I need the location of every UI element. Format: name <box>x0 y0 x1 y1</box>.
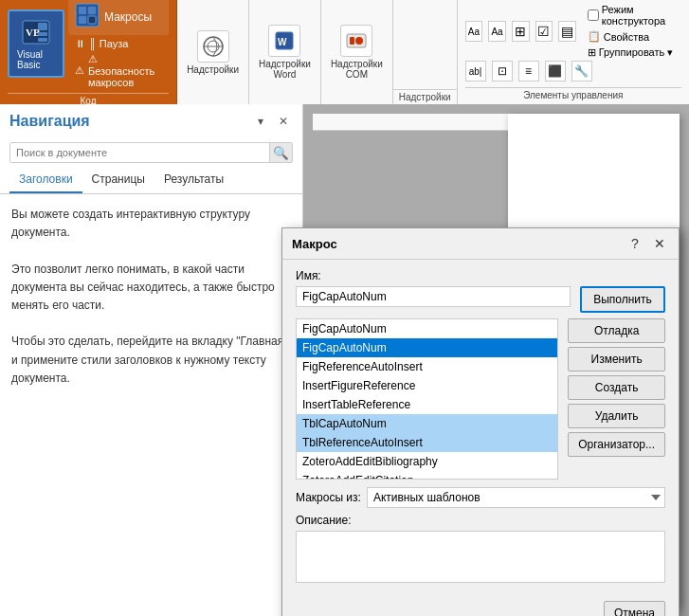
svg-rect-3 <box>38 32 47 36</box>
nadstroyki-group-com: Надстройки COM <box>321 0 393 104</box>
pause-button[interactable]: ⏸ ║ Пауза <box>72 37 169 50</box>
elements-rows: Aa Aa ⊞ ☑ ▤ Режим конструктора 📋 Свойств… <box>465 4 681 82</box>
nav-search-area: 🔍 <box>0 138 302 167</box>
dialog-main: FigCapAutoNum FigCapAutoNum FigReference… <box>296 318 665 480</box>
macro-item-0[interactable]: FigCapAutoNum <box>297 319 557 338</box>
macros-icon <box>74 2 100 31</box>
description-textarea[interactable] <box>296 531 665 583</box>
nav-controls: ▾ ✕ <box>251 112 293 131</box>
visual-basic-icon: VB <box>21 17 51 47</box>
konstruktor-label: Режим конструктора <box>602 4 681 27</box>
delete-btn[interactable]: Удалить <box>568 404 665 428</box>
macro-item-2[interactable]: FigReferenceAutoInsert <box>297 357 557 376</box>
nadstroyki-label-word: Надстройки Word <box>259 59 311 80</box>
cancel-btn[interactable]: Отмена <box>604 601 665 616</box>
ruler <box>313 114 508 131</box>
name-label: Имя: <box>296 269 665 282</box>
nav-dropdown-btn[interactable]: ▾ <box>251 112 270 131</box>
nadstroyki-icons-com: Надстройки COM <box>331 4 383 100</box>
execute-btn[interactable]: Выполнить <box>580 286 665 313</box>
ribbon-small-buttons: ⏸ ║ Пауза ⚠ ⚠ Безопасность макросов <box>72 37 169 89</box>
dialog-buttons: Отладка Изменить Создать Удалить Организ… <box>568 318 665 480</box>
svg-text:W: W <box>278 37 287 47</box>
macros-from-row: Макросы из: Активных шаблонов Все активн… <box>296 487 665 508</box>
search-icon: 🔍 <box>273 146 289 160</box>
konstruktor-checkbox[interactable]: Режим конструктора <box>588 4 681 27</box>
elements-row-2: ab| ⊡ ≡ ⬛ 🔧 <box>465 61 681 82</box>
navigation-panel: Навигация ▾ ✕ 🔍 Заголовки Страницы Резул… <box>0 104 303 616</box>
svg-rect-17 <box>350 37 354 45</box>
macro-item-7[interactable]: ZoteroAddEditBibliography <box>297 452 557 471</box>
nadstroyki-group-1: Надстройки <box>177 0 249 104</box>
macros-from-select[interactable]: Активных шаблонов Все активные шаблоны и… <box>367 487 665 508</box>
pause-icon: ⏸ <box>75 38 85 49</box>
search-input[interactable] <box>10 143 269 162</box>
nadstroyki-icon-word[interactable]: W <box>268 25 300 57</box>
nav-close-btn[interactable]: ✕ <box>274 112 293 131</box>
security-button[interactable]: ⚠ ⚠ Безопасность макросов <box>72 52 169 89</box>
visual-basic-button[interactable]: VB Visual Basic <box>8 9 64 78</box>
elements-section-label: Элементы управления <box>465 87 681 100</box>
nav-title: Навигация <box>9 113 90 130</box>
macro-item-5[interactable]: TblCapAutoNum <box>297 414 557 433</box>
gruppirovka-item[interactable]: ⊞ Группировать ▾ <box>588 46 681 59</box>
nadstroyki-group-word: W Надстройки Word <box>249 0 321 104</box>
svoystva-item[interactable]: 📋 Свойства <box>588 30 681 43</box>
dialog-controls: ? ✕ <box>626 234 669 253</box>
nav-content: Вы можете создать интерактивную структур… <box>0 194 302 399</box>
elem-icon-img2[interactable]: ☑ <box>535 21 553 42</box>
description-label: Описание: <box>296 514 665 527</box>
svg-rect-6 <box>79 7 86 14</box>
macros-label: Макросы <box>104 10 152 24</box>
macro-item-8[interactable]: ZoteroAddEditCitation <box>297 471 557 480</box>
dialog-titlebar: Макрос ? ✕ <box>282 228 679 260</box>
elem-icon-b1[interactable]: ab| <box>465 61 486 82</box>
search-button[interactable]: 🔍 <box>269 143 292 162</box>
nadstroyki-icon-com[interactable] <box>340 25 372 57</box>
svg-rect-7 <box>79 16 86 24</box>
nadstroyki-label-com: Надстройки COM <box>331 59 383 80</box>
gruppirovka-icon: ⊞ <box>588 46 596 59</box>
konstruktor-check[interactable] <box>588 9 599 21</box>
dialog-title: Макрос <box>292 237 337 251</box>
elem-icon-b4[interactable]: ⬛ <box>545 61 566 82</box>
elem-icon-aa1[interactable]: Aa <box>465 21 483 42</box>
macro-list-container: FigCapAutoNum FigCapAutoNum FigReference… <box>296 318 558 480</box>
tab-results[interactable]: Результаты <box>154 167 233 193</box>
macros-button[interactable]: Макросы <box>68 0 169 35</box>
macros-from-label: Макросы из: <box>296 491 361 504</box>
nav-text-3: Чтобы это сделать, перейдите на вкладку … <box>11 333 291 388</box>
dialog-help-btn[interactable]: ? <box>626 234 644 253</box>
dialog-close-btn[interactable]: ✕ <box>650 234 669 253</box>
ribbon: VB Visual Basic <box>0 0 689 104</box>
tab-headings[interactable]: Заголовки <box>9 167 82 193</box>
main-area: Навигация ▾ ✕ 🔍 Заголовки Страницы Резул… <box>0 104 689 616</box>
tab-pages[interactable]: Страницы <box>82 167 154 193</box>
elem-icon-b2[interactable]: ⊡ <box>492 61 513 82</box>
svg-rect-9 <box>88 16 96 24</box>
elem-icon-img1[interactable]: ⊞ <box>512 21 530 42</box>
svg-rect-2 <box>38 23 47 30</box>
warning-icon: ⚠ <box>75 64 84 77</box>
nadstroyki-icons-word: W Надстройки Word <box>259 4 311 100</box>
macro-item-6[interactable]: TblReferenceAutoInsert <box>297 433 557 452</box>
svoystva-label: Свойства <box>604 31 649 43</box>
change-btn[interactable]: Изменить <box>568 347 665 371</box>
elem-icon-b5[interactable]: 🔧 <box>571 61 592 82</box>
elem-icon-img3[interactable]: ▤ <box>558 21 576 42</box>
dialog-bottom-btns: Отмена <box>282 595 679 616</box>
macro-item-1[interactable]: FigCapAutoNum <box>297 338 557 357</box>
create-btn[interactable]: Создать <box>568 375 665 400</box>
visual-basic-label: Visual Basic <box>17 49 55 70</box>
elem-icon-aa2[interactable]: Aa <box>488 21 506 42</box>
nav-text-1: Вы можете создать интерактивную структур… <box>11 206 291 242</box>
macro-list[interactable]: FigCapAutoNum FigCapAutoNum FigReference… <box>296 318 558 480</box>
macro-item-3[interactable]: InsertFigureReference <box>297 376 557 395</box>
nav-text-2: Это позволит легко понимать, в какой час… <box>11 261 291 316</box>
macro-item-4[interactable]: InsertTableReference <box>297 395 557 414</box>
nadstroyki-icon-1[interactable] <box>197 30 229 63</box>
organizer-btn[interactable]: Организатор... <box>568 432 665 457</box>
elem-icon-b3[interactable]: ≡ <box>518 61 539 82</box>
macro-name-input[interactable] <box>296 286 571 307</box>
debug-btn[interactable]: Отладка <box>568 318 665 343</box>
